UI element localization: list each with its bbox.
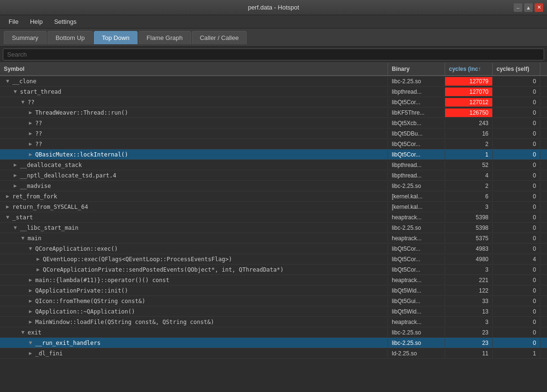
expand-button[interactable]: ▶ [34,266,42,273]
expand-button[interactable]: ▶ [27,141,34,147]
table-row[interactable]: ▶QCoreApplicationPrivate::sendPostedEven… [0,265,547,275]
search-input[interactable] [3,49,544,60]
title-bar: perf.data - Hotspot – ▲ ✕ [0,0,547,15]
menu-item-settings[interactable]: Settings [50,17,81,27]
expand-button[interactable]: ▼ [27,340,34,346]
cell-symbol: ▶MainWindow::loadFile(QString const&, QS… [0,318,388,326]
expand-button[interactable]: ▶ [27,109,34,116]
cell-binary: libQt5Xcb... [388,119,445,127]
table-row[interactable]: ▶MainWindow::loadFile(QString const&, QS… [0,317,547,327]
expand-button[interactable]: ▶ [11,162,19,168]
expand-button[interactable]: ▶ [27,308,34,314]
table-row[interactable]: ▶??libQt5Xcb...2430 [0,118,547,128]
symbol-name: return_from_SYSCALL_64 [12,204,88,210]
menu-item-file[interactable]: File [4,17,23,27]
table-row[interactable]: ▶_dl_finild-2.25.so111 [0,348,547,359]
expand-button[interactable]: ▶ [27,298,34,304]
expand-button[interactable]: ▼ [4,214,11,220]
cell-symbol: ▼__run_exit_handlers [0,339,388,347]
table-row[interactable]: ▶return_from_SYSCALL_64[kernel.kal...30 [0,202,547,212]
expand-button[interactable]: ▶ [4,204,11,210]
expand-button[interactable]: ▶ [27,350,34,356]
table-row[interactable]: ▼_startheaptrack...53980 [0,212,547,223]
expand-button[interactable]: ▶ [27,277,34,283]
tab-caller-/-callee[interactable]: Caller / Callee [192,31,247,44]
cell-cycles-self: 0 [493,88,540,96]
table-row[interactable]: ▶QApplicationPrivate::init()libQt5Wid...… [0,285,547,296]
expand-button[interactable]: ▶ [34,256,42,262]
expand-button[interactable]: ▼ [11,225,19,231]
th-symbol[interactable]: Symbol [0,63,388,75]
expand-button[interactable]: ▼ [19,235,27,241]
cell-cycles-self: 0 [493,171,540,180]
tab-top-down[interactable]: Top Down [94,31,138,44]
table-row[interactable]: ▶__madviselibc-2.25.so20 [0,181,547,191]
cell-binary: heaptrack... [388,234,445,243]
table-row[interactable]: ▶??libQt5DBu...160 [0,128,547,139]
tab-flame-graph[interactable]: Flame Graph [139,31,191,44]
th-binary[interactable]: Binary [388,63,445,75]
table-row[interactable]: ▼??libQt5Cor...1270120 [0,97,547,108]
cell-binary: libQt5Cor... [388,265,445,274]
table-row[interactable]: ▼__libc_start_mainlibc-2.25.so53980 [0,223,547,233]
table-row[interactable]: ▼__run_exit_handlerslibc-2.25.so230 [0,338,547,348]
table-row[interactable]: ▼__clonelibc-2.25.so1270790 [0,76,547,87]
cell-binary: libQt5Cor... [388,150,445,159]
table-row[interactable]: ▶QEventLoop::exec(QFlags<QEventLoop::Pro… [0,254,547,265]
table-row[interactable]: ▶QIcon::fromTheme(QString const&)libQt5G… [0,296,547,306]
expand-button[interactable]: ▶ [11,172,19,178]
cell-cycles-inc: 2 [445,140,493,148]
table-row[interactable]: ▶__nptl_deallocate_tsd.part.4libpthread.… [0,170,547,181]
cell-symbol: ▼__libc_start_main [0,224,388,232]
cell-symbol: ▶return_from_SYSCALL_64 [0,203,388,211]
menu-item-help[interactable]: Help [25,17,48,27]
symbol-name: __clone [12,78,37,85]
table-row[interactable]: ▶QApplication::~QApplication()libQt5Wid.… [0,306,547,317]
symbol-name: QApplicationPrivate::init() [35,287,128,294]
expand-button[interactable]: ▶ [11,183,19,189]
expand-button[interactable]: ▶ [27,151,34,157]
tab-summary[interactable]: Summary [4,31,47,44]
cell-symbol: ▶__nptl_deallocate_tsd.part.4 [0,171,388,180]
expand-button[interactable]: ▶ [4,193,11,199]
expand-button[interactable]: ▼ [19,99,27,105]
cell-cycles-inc: 52 [445,161,493,169]
expand-button[interactable]: ▼ [4,78,11,84]
table-row[interactable]: ▼mainheaptrack...53750 [0,233,547,244]
table-row[interactable]: ▶__deallocate_stacklibpthread...520 [0,160,547,170]
cell-cycles-inc: 1 [445,150,493,159]
table-row[interactable]: ▶ret_from_fork[kernel.kal...60 [0,191,547,202]
cell-cycles-inc: 122 [445,286,493,295]
cell-symbol: ▶?? [0,119,388,127]
table-row[interactable]: ▶main::{lambda(#11)}::operator()() const… [0,275,547,285]
th-cycles-inc[interactable]: cycles (inc↑ [445,63,493,75]
th-cycles-self[interactable]: cycles (self) [493,63,540,75]
cell-cycles-self: 0 [493,234,540,243]
tab-bottom-up[interactable]: Bottom Up [48,31,93,44]
symbol-name: _dl_fini [35,350,63,357]
expand-button[interactable]: ▶ [27,130,34,137]
expand-button[interactable]: ▶ [27,120,34,126]
close-button[interactable]: ✕ [535,3,543,12]
expand-button[interactable]: ▶ [27,287,34,294]
table-row[interactable]: ▼QCoreApplication::exec()libQt5Cor...498… [0,244,547,254]
cell-cycles-self: 0 [493,140,540,148]
symbol-name: __libc_start_main [20,225,79,231]
table-row[interactable]: ▼start_threadlibpthread...1270700 [0,87,547,97]
table-row[interactable]: ▶ThreadWeaver::Thread::run()libKF5Thre..… [0,108,547,118]
minimize-button[interactable]: – [514,3,522,12]
table-row[interactable]: ▼exitlibc-2.25.so230 [0,327,547,338]
maximize-button[interactable]: ▲ [524,3,533,12]
expand-button[interactable]: ▶ [27,319,34,325]
cell-cycles-self: 0 [493,77,540,86]
expand-button[interactable]: ▼ [27,245,34,252]
cell-cycles-self: 0 [493,108,540,117]
symbol-name: main [28,235,41,242]
table-row[interactable]: ▶??libQt5Cor...20 [0,139,547,149]
symbol-name: exit [28,329,41,336]
expand-button[interactable]: ▼ [11,88,19,95]
cell-binary: libQt5Cor... [388,140,445,148]
table-row[interactable]: ▶QBasicMutex::lockInternal()libQt5Cor...… [0,149,547,160]
expand-button[interactable]: ▼ [19,329,27,335]
cell-binary: libpthread... [388,161,445,169]
